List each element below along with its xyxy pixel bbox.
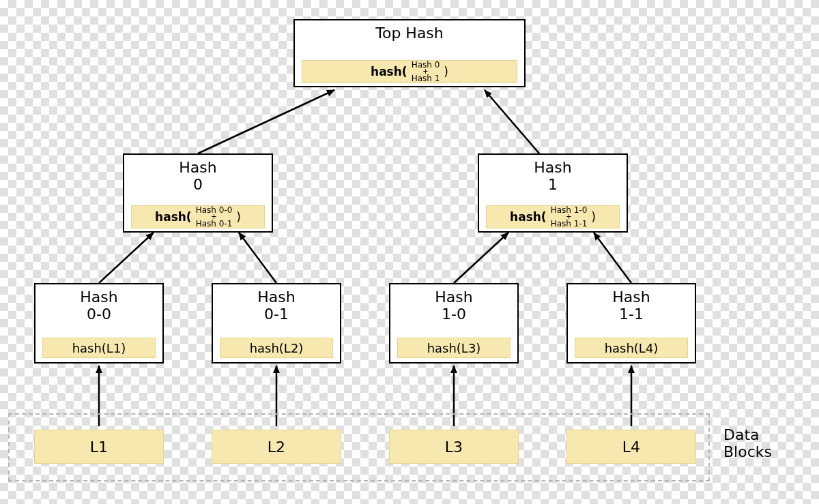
node-title: Hash 1 [479, 155, 627, 194]
merkle-tree-diagram: Top Hash hash( Hash 0 + Hash 1 ) Hash 0 … [0, 0, 819, 504]
node-title: Hash 1-0 [390, 284, 517, 323]
node-hash-0-0: Hash 0-0 hash(L1) [34, 283, 164, 364]
node-title: Hash 0-0 [35, 284, 162, 323]
data-block-l1: L1 [34, 430, 164, 464]
node-hash-1: Hash 1 hash( Hash 1-0 + Hash 1-1 ) [478, 153, 628, 233]
node-title: Top Hash [295, 20, 524, 42]
node-hash-0-expr: hash( Hash 0-0 + Hash 0-1 ) [131, 205, 265, 228]
node-hash-1-expr: hash( Hash 1-0 + Hash 1-1 ) [486, 205, 620, 228]
node-hash-1-1: Hash 1-1 hash(L4) [566, 283, 696, 364]
hash-close-paren: ) [444, 65, 448, 78]
data-block-l3: L3 [389, 430, 519, 464]
node-hash-0-1: Hash 0-1 hash(L2) [212, 283, 341, 364]
svg-line-3 [239, 233, 276, 283]
svg-line-0 [198, 90, 334, 153]
node-hash-0: Hash 0 hash( Hash 0-0 + Hash 0-1 ) [123, 153, 273, 233]
node-hash-1-0: Hash 1-0 hash(L3) [389, 283, 519, 364]
data-blocks-label: Data Blocks [723, 426, 772, 461]
node-expr: hash(L2) [220, 338, 333, 358]
node-top-expr: hash( Hash 0 + Hash 1 ) [302, 60, 517, 83]
hash-fn-label: hash( [371, 65, 407, 78]
node-expr: hash(L3) [397, 338, 511, 358]
svg-line-4 [454, 233, 508, 283]
svg-line-5 [594, 233, 631, 283]
data-block-l2: L2 [212, 430, 341, 464]
node-title: Hash 0-1 [213, 284, 340, 323]
data-block-l4: L4 [566, 430, 696, 464]
node-expr: hash(L4) [575, 338, 688, 358]
svg-line-1 [485, 90, 539, 153]
node-title: Hash 1-1 [568, 284, 695, 323]
node-expr: hash(L1) [42, 338, 156, 358]
svg-line-2 [99, 233, 154, 283]
node-title: Hash 0 [124, 155, 272, 194]
hash-args: Hash 0 + Hash 1 [412, 61, 440, 83]
node-top-hash: Top Hash hash( Hash 0 + Hash 1 ) [293, 19, 526, 87]
